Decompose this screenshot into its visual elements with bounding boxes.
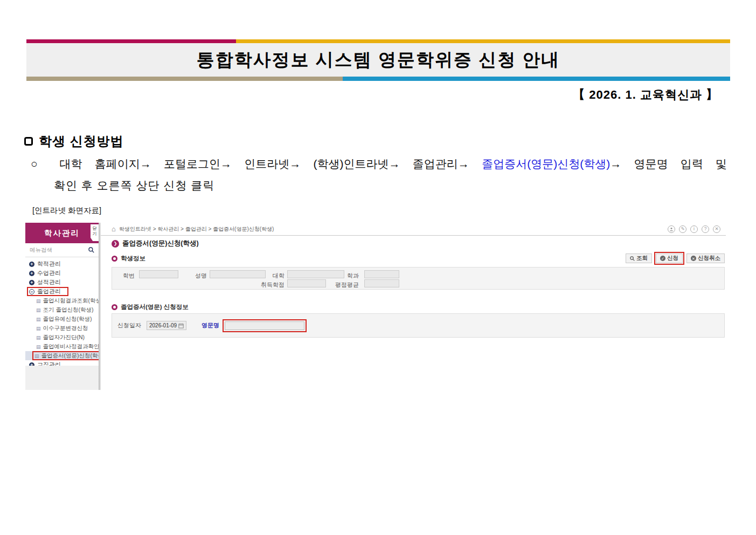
home-icon[interactable]: ⌂ bbox=[112, 225, 116, 232]
sidebar-item-label: 조기 졸업신청(학생) bbox=[43, 306, 94, 314]
info-icon[interactable]: i bbox=[690, 225, 698, 233]
apply-button[interactable]: ✓ 신청 bbox=[656, 253, 683, 263]
menu-search-box[interactable]: 메뉴검색 bbox=[25, 243, 99, 257]
check-icon: ✓ bbox=[660, 256, 665, 261]
sidebar-item-grad-self-check[interactable]: ▤ 졸업자가진단(N) bbox=[25, 333, 99, 342]
breadcrumb: ⌂ 학생인트라넷 > 학사관리 > 졸업관리 > 졸업증서(영문)신청(학생) … bbox=[101, 223, 726, 236]
apply-date-field[interactable] bbox=[147, 321, 186, 330]
sidebar-item-label: 이수구분변경신청 bbox=[43, 325, 88, 332]
sidebar-close-tab[interactable]: 닫기 bbox=[91, 224, 99, 241]
document-icon: ▤ bbox=[36, 298, 41, 304]
breadcrumb-text: 학생인트라넷 > 학사관리 > 졸업관리 > 졸업증서(영문)신청(학생) bbox=[119, 225, 274, 233]
document-icon: ▤ bbox=[36, 335, 41, 340]
step-text-after: → 영문명 입력 및 bbox=[610, 157, 727, 170]
application-info-header: 졸업증서(영문) 신청정보 bbox=[101, 303, 726, 311]
annotation-box-grad-cert-en: ▤ 졸업증서(영문)신청(학생) bbox=[32, 351, 99, 360]
sidebar-item-grad-cert-en-apply[interactable]: ▤ 졸업증서(영문)신청(학생) bbox=[25, 351, 99, 360]
notice-page: 통합학사정보 시스템 영문학위증 신청 안내 【 2026. 1. 교육혁신과 … bbox=[0, 0, 756, 535]
window-icons: ✎ i ? ✕ bbox=[668, 225, 720, 233]
sidebar-header: 학사관리 닫기 bbox=[25, 223, 99, 243]
sidebar-item-grade-mgmt[interactable]: + 성적관리 bbox=[25, 278, 99, 287]
header-banner: 통합학사정보 시스템 영문학위증 신청 안내 bbox=[26, 39, 730, 81]
bottom-stripe-tan bbox=[26, 77, 343, 81]
apply-date-input[interactable] bbox=[149, 323, 178, 328]
circle-bullet-icon: ○ bbox=[31, 157, 47, 170]
application-info-form: 신청일자 영문명 bbox=[112, 313, 725, 338]
bottom-stripe-blue bbox=[343, 77, 730, 81]
sidebar-item-grad-deferment[interactable]: ▤ 졸업유예신청(학생) bbox=[25, 314, 99, 324]
sidebar-item-label: 졸업증서(영문)신청(학생) bbox=[41, 352, 99, 360]
cancel-apply-button[interactable]: ✕ 신청취소 bbox=[686, 253, 725, 263]
english-name-input[interactable] bbox=[225, 321, 304, 330]
screen-title-row: ❯ 졸업증서(영문)신청(학생) bbox=[101, 239, 726, 248]
document-icon: ▤ bbox=[34, 353, 39, 359]
page-title: 통합학사정보 시스템 영문학위증 신청 안내 bbox=[197, 48, 560, 72]
dept-label: 학과 bbox=[335, 272, 359, 280]
annotation-box-apply: ✓ 신청 bbox=[654, 252, 684, 265]
step-line-2: 확인 후 오른쪽 상단 신청 클릭 bbox=[31, 177, 727, 195]
action-buttons: 조회 ✓ 신청 ✕ 신청취소 bbox=[626, 252, 725, 265]
close-icon[interactable]: ✕ bbox=[713, 225, 720, 233]
student-info-form: 학번 성명 대학 학과 취득학점 평점평균 bbox=[112, 267, 725, 290]
calendar-icon[interactable] bbox=[178, 323, 184, 328]
sidebar-item-graduation-mgmt[interactable]: − 졸업관리 bbox=[25, 287, 99, 296]
minus-circle-icon: − bbox=[29, 289, 34, 294]
step-paragraph: ○ 대학 홈페이지→ 포털로그인→ 인트라넷→ (학생)인트라넷→ 졸업관리→ … bbox=[31, 155, 727, 194]
gpa-label: 평점평균 bbox=[323, 281, 359, 289]
search-icon[interactable] bbox=[88, 247, 94, 253]
student-no-input[interactable] bbox=[139, 270, 178, 278]
sidebar-item-label: 졸업시험결과조회(학생) bbox=[43, 297, 99, 305]
sidebar-item-label: 학적관리 bbox=[37, 260, 61, 268]
sidebar-item-label: 수업관리 bbox=[37, 269, 61, 277]
title-band: 통합학사정보 시스템 영문학위증 신청 안내 bbox=[26, 43, 730, 77]
document-icon: ▤ bbox=[36, 307, 41, 313]
dept-input[interactable] bbox=[364, 270, 399, 278]
sidebar-title: 학사관리 bbox=[44, 228, 80, 238]
annotation-box-graduation: − 졸업관리 bbox=[27, 287, 68, 296]
english-name-label: 영문명 bbox=[202, 321, 219, 330]
ring-bullet-icon bbox=[112, 304, 117, 310]
sidebar-item-early-grad-apply[interactable]: ▤ 조기 졸업신청(학생) bbox=[25, 305, 99, 314]
edit-icon[interactable]: ✎ bbox=[679, 225, 686, 233]
top-stripe-crimson bbox=[26, 39, 236, 43]
sidebar-filler bbox=[25, 366, 99, 390]
x-circle-icon: ✕ bbox=[691, 256, 696, 261]
bottom-stripe bbox=[26, 77, 730, 81]
search-button[interactable]: 조회 bbox=[626, 253, 652, 263]
section-gap bbox=[101, 290, 726, 299]
screen-title: 졸업증서(영문)신청(학생) bbox=[122, 239, 199, 248]
sidebar-item-completion-type-change[interactable]: ▤ 이수구분변경신청 bbox=[25, 324, 99, 333]
square-bullet-icon bbox=[24, 137, 33, 146]
sidebar-item-label: 졸업유예신청(학생) bbox=[43, 315, 92, 323]
sidebar-item-label: 졸업자가진단(N) bbox=[43, 334, 85, 341]
sidebar-item-course-mgmt[interactable]: + 수업관리 bbox=[25, 269, 99, 278]
arrow-circle-icon: ❯ bbox=[112, 240, 119, 248]
user-icon[interactable] bbox=[668, 225, 675, 233]
sidebar-item-grad-pre-result[interactable]: ▤ 졸업예비사정결과확인(학생 bbox=[25, 342, 99, 351]
plus-circle-icon: + bbox=[29, 262, 34, 267]
document-icon: ▤ bbox=[36, 317, 41, 322]
student-no-label: 학번 bbox=[112, 272, 135, 280]
sidebar-item-student-records[interactable]: + 학적관리 bbox=[25, 259, 99, 269]
student-info-header: 학생정보 조회 ✓ 신청 bbox=[101, 252, 726, 265]
menu-search-placeholder: 메뉴검색 bbox=[30, 246, 52, 254]
main-pane: ⌂ 학생인트라넷 > 학사관리 > 졸업관리 > 졸업증서(영문)신청(학생) … bbox=[101, 223, 726, 390]
section-heading-label: 학생 신청방법 bbox=[39, 133, 124, 150]
date-department-line: 【 2026. 1. 교육혁신과 】 bbox=[573, 87, 718, 103]
help-icon[interactable]: ? bbox=[702, 225, 709, 233]
annotation-box-english-name bbox=[223, 319, 307, 332]
sidebar-menu: + 학적관리 + 수업관리 + 성적관리 − 졸업관리 bbox=[25, 257, 99, 369]
gpa-input[interactable] bbox=[364, 279, 399, 287]
apply-date-label: 신청일자 bbox=[117, 321, 141, 330]
sidebar-item-label: 성적관리 bbox=[37, 278, 61, 286]
document-icon: ▤ bbox=[36, 344, 41, 349]
credits-input[interactable] bbox=[287, 279, 326, 287]
sidebar-item-grad-exam-result[interactable]: ▤ 졸업시험결과조회(학생) bbox=[25, 296, 99, 305]
step-text-before: 대학 홈페이지→ 포털로그인→ 인트라넷→ (학생)인트라넷→ 졸업관리→ bbox=[59, 157, 482, 170]
application-info-title: 졸업증서(영문) 신청정보 bbox=[121, 303, 189, 311]
sidebar-item-label: 졸업관리 bbox=[37, 287, 61, 296]
section-heading: 학생 신청방법 bbox=[24, 133, 124, 150]
student-info-title: 학생정보 bbox=[121, 255, 145, 263]
name-input[interactable] bbox=[210, 270, 266, 278]
apply-button-label: 신청 bbox=[667, 255, 678, 262]
